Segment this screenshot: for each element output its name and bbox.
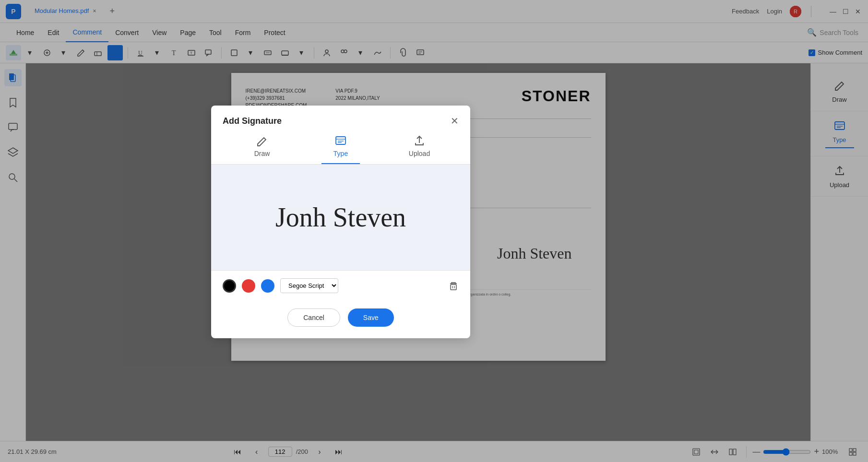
modal-footer: Cancel Save — [211, 301, 470, 338]
modal-overlay: Add Signature ✕ Draw Type Upload — [0, 0, 868, 462]
modal-draw-icon — [256, 134, 268, 147]
color-red[interactable] — [242, 279, 255, 293]
modal-header: Add Signature ✕ — [211, 106, 470, 127]
modal-title: Add Signature — [223, 116, 282, 126]
modal-tabs: Draw Type Upload — [211, 127, 470, 165]
modal-tab-type[interactable]: Type — [321, 134, 360, 164]
color-blue[interactable] — [261, 279, 274, 293]
save-button[interactable]: Save — [348, 308, 394, 327]
modal-tab-draw[interactable]: Draw — [243, 134, 281, 164]
modal-controls: Segoe Script — [211, 270, 470, 301]
font-select[interactable]: Segoe Script — [280, 278, 338, 293]
modal-tab-upload[interactable]: Upload — [400, 134, 439, 164]
signature-text-display: Jonh Steven — [275, 202, 406, 233]
svg-rect-36 — [336, 137, 345, 144]
modal-upload-icon — [413, 134, 426, 147]
modal-type-icon — [334, 134, 347, 147]
svg-rect-40 — [451, 284, 456, 290]
cancel-button[interactable]: Cancel — [287, 308, 340, 327]
clear-signature-button[interactable] — [448, 281, 459, 291]
modal-close-button[interactable]: ✕ — [451, 115, 459, 127]
add-signature-modal: Add Signature ✕ Draw Type Upload — [211, 106, 470, 338]
color-black[interactable] — [223, 279, 236, 293]
signature-preview-area: Jonh Steven — [211, 165, 470, 270]
